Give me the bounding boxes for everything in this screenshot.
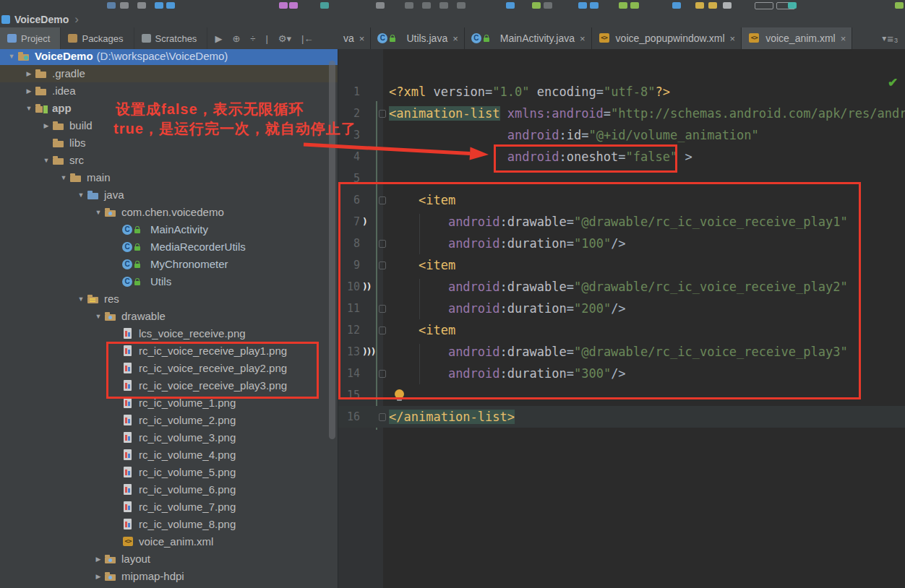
tree-expanded-arrow-icon[interactable]: ▼ — [40, 152, 52, 169]
panel-action-icon-3[interactable]: | — [265, 33, 267, 44]
tree-item-rc-ic-volume-4-png[interactable]: rc_ic_volume_4.png — [0, 446, 338, 464]
toolbar-icon-fragment[interactable] — [166, 2, 175, 9]
toolbar-icon-fragment[interactable] — [695, 2, 704, 9]
toolbar-icon-fragment[interactable] — [137, 2, 146, 9]
tree-item-rc-ic-volume-7-png[interactable]: rc_ic_volume_7.png — [0, 498, 338, 516]
tree-item-rc-ic-volume-1-png[interactable]: rc_ic_volume_1.png — [0, 394, 338, 412]
tree-collapsed-arrow-icon[interactable]: ▶ — [40, 117, 52, 134]
code-line-16[interactable]: 16</animation-list> — [338, 406, 905, 428]
code-line-1[interactable]: 1<?xml version="1.0" encoding="utf-8"?> — [338, 81, 905, 103]
toolbar-icon-fragment[interactable] — [107, 2, 116, 9]
toolbar-icon-fragment[interactable] — [457, 2, 466, 9]
fold-marker-icon[interactable] — [379, 261, 386, 269]
toolbar-icon-fragment[interactable] — [532, 2, 541, 9]
tree-item-app[interactable]: ▼app — [0, 100, 338, 117]
tree-item-rc-ic-voice-receive-play1-png[interactable]: rc_ic_voice_receive_play1.png — [0, 342, 338, 360]
tree-item-rc-ic-volume-8-png[interactable]: rc_ic_volume_8.png — [0, 516, 338, 533]
close-icon[interactable]: × — [730, 33, 736, 44]
tree-item--gradle[interactable]: ▶.gradle — [0, 65, 338, 82]
tree-expanded-arrow-icon[interactable]: ▼ — [6, 49, 17, 65]
close-icon[interactable]: × — [452, 33, 458, 44]
tree-item-mychronometer[interactable]: CMyChronometer — [0, 256, 338, 273]
tree-item-voicedemo[interactable]: ▼VoiceDemo(D:\workspace\VoiceDemo) — [0, 49, 338, 65]
toolbar-icon-fragment[interactable] — [422, 2, 431, 9]
fold-marker-icon[interactable] — [379, 240, 386, 248]
tree-item-main[interactable]: ▼main — [0, 169, 338, 186]
toolbar-icon-fragment[interactable] — [672, 2, 681, 9]
toolbar-icon-fragment[interactable] — [723, 2, 732, 9]
tree-expanded-arrow-icon[interactable]: ▼ — [75, 186, 87, 204]
tree-item-rc-ic-voice-receive-play3-png[interactable]: rc_ic_voice_receive_play3.png — [0, 377, 338, 394]
toolbar-icon-fragment[interactable] — [289, 2, 298, 9]
tree-item-mediarecorderutils[interactable]: CMediaRecorderUtils — [0, 238, 338, 256]
tree-item-rc-ic-volume-2-png[interactable]: rc_ic_volume_2.png — [0, 412, 338, 429]
tree-item-build[interactable]: ▶build — [0, 117, 338, 134]
tree-item-libs[interactable]: libs — [0, 134, 338, 152]
toolbar-icon-fragment[interactable] — [788, 2, 797, 9]
tree-collapsed-arrow-icon[interactable]: ▶ — [23, 65, 35, 82]
tree-collapsed-arrow-icon[interactable]: ▶ — [23, 82, 35, 100]
tree-collapsed-arrow-icon[interactable]: ▶ — [93, 585, 104, 588]
editor-tab-MainActivity.java[interactable]: CMainActivity.java× — [465, 27, 592, 49]
fold-marker-icon[interactable] — [379, 305, 386, 313]
tree-item-layout[interactable]: ▶layout — [0, 550, 338, 568]
toolbar-icon-fragment[interactable] — [506, 2, 515, 9]
tree-item-rc-ic-volume-3-png[interactable]: rc_ic_volume_3.png — [0, 429, 338, 446]
tree-item-partial[interactable]: ▶ — [0, 585, 338, 588]
tree-item-mipmap-hdpi[interactable]: ▶mipmap-hdpi — [0, 568, 338, 585]
tree-collapsed-arrow-icon[interactable]: ▶ — [93, 550, 104, 568]
tree-item-rc-ic-volume-6-png[interactable]: rc_ic_volume_6.png — [0, 481, 338, 498]
toolbar-icon-fragment[interactable] — [376, 2, 385, 9]
project-tree-scrollbar[interactable] — [329, 61, 335, 439]
toolbar-icon-fragment[interactable] — [155, 2, 163, 9]
toolbar-icon-fragment[interactable] — [895, 2, 904, 9]
code-line-2[interactable]: 2<animation-list xmlns:android="http://s… — [338, 103, 905, 124]
code-line-11[interactable]: 11 android:duration="200"/> — [338, 298, 905, 319]
panel-tab-packages[interactable]: Packages — [61, 27, 134, 49]
panel-tab-scratches[interactable]: Scratches — [134, 27, 208, 49]
toolbar-icon-fragment[interactable] — [708, 2, 717, 9]
intention-bulb-icon[interactable] — [395, 389, 404, 399]
code-line-12[interactable]: 12 <item — [338, 319, 905, 341]
panel-action-icon-2[interactable]: ÷ — [250, 33, 255, 44]
tree-item-rc-ic-volume-5-png[interactable]: rc_ic_volume_5.png — [0, 464, 338, 481]
tree-item-mainactivity[interactable]: CMainActivity — [0, 221, 338, 238]
code-editor[interactable]: 1<?xml version="1.0" encoding="utf-8"?>2… — [338, 49, 905, 588]
code-line-13[interactable]: 13))) android:drawable="@drawable/rc_ic_… — [338, 341, 905, 363]
tree-expanded-arrow-icon[interactable]: ▼ — [58, 169, 69, 186]
code-line-3[interactable]: 3 android:id="@+id/volume_animation" — [338, 124, 905, 146]
toolbar-icon-fragment[interactable] — [630, 2, 639, 9]
tree-item-utils[interactable]: CUtils — [0, 273, 338, 290]
fold-marker-icon[interactable] — [379, 413, 386, 421]
tree-expanded-arrow-icon[interactable]: ▼ — [23, 100, 35, 117]
tree-expanded-arrow-icon[interactable]: ▼ — [93, 204, 104, 221]
toolbar-icon-fragment[interactable] — [405, 2, 413, 9]
editor-tab-va[interactable]: va× — [338, 27, 371, 49]
toolbar-icon-fragment[interactable] — [755, 2, 773, 9]
code-line-9[interactable]: 9 <item — [338, 254, 905, 276]
code-line-8[interactable]: 8 android:duration="100"/> — [338, 233, 905, 254]
fold-marker-icon[interactable] — [379, 370, 386, 378]
toolbar-icon-fragment[interactable] — [120, 2, 129, 9]
tree-item-drawable[interactable]: ▼drawable — [0, 308, 338, 325]
breadcrumb-project[interactable]: VoiceDemo — [14, 14, 69, 25]
tab-list-dropdown[interactable]: ▾≡3 — [875, 27, 905, 49]
code-line-5[interactable]: 5 — [338, 168, 905, 189]
panel-action-icon-1[interactable]: ⊕ — [232, 33, 240, 44]
toolbar-icon-fragment[interactable] — [439, 2, 448, 9]
panel-action-icon-0[interactable]: ▶ — [215, 33, 222, 44]
toolbar-icon-fragment[interactable] — [544, 2, 552, 9]
panel-action-icon-4[interactable]: ⚙▾ — [278, 33, 291, 44]
toolbar-icon-fragment[interactable] — [279, 2, 288, 9]
tree-item-lcs-voice-receive-png[interactable]: lcs_voice_receive.png — [0, 325, 338, 342]
tree-collapsed-arrow-icon[interactable]: ▶ — [93, 568, 104, 585]
tree-item-com-chen-voicedemo[interactable]: ▼com.chen.voicedemo — [0, 204, 338, 221]
editor-tab-voice_anim.xml[interactable]: <>voice_anim.xml× — [742, 27, 852, 49]
close-icon[interactable]: × — [580, 33, 586, 44]
fold-marker-icon[interactable] — [379, 327, 386, 334]
tree-item-voice-anim-xml[interactable]: <>voice_anim.xml — [0, 533, 338, 550]
tree-item-res[interactable]: ▼res — [0, 290, 338, 308]
code-line-4[interactable]: 4 android:oneshot="false" > — [338, 146, 905, 168]
code-line-6[interactable]: 6 <item — [338, 189, 905, 211]
close-icon[interactable]: × — [359, 33, 365, 44]
